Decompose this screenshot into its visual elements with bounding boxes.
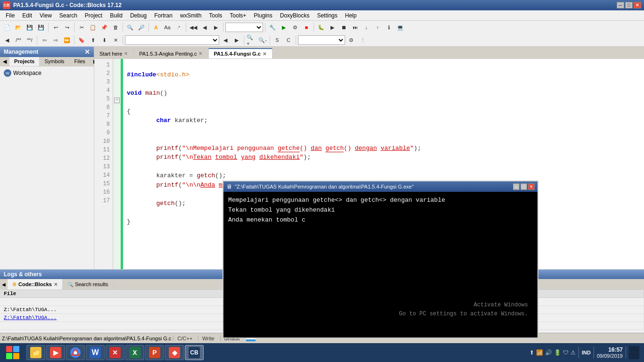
log-tab-codeblocks-close[interactable]: ✕	[54, 282, 58, 287]
terminal-window[interactable]: 🖥 "Z:\Fattah\TUGAS Kuliah\Pemrograman da…	[223, 181, 538, 338]
save-button[interactable]: 💾	[25, 22, 35, 33]
menu-doxyblocks[interactable]: DoxyBlocks	[276, 10, 314, 20]
tab-start-here-close[interactable]: ✕	[124, 51, 128, 56]
menu-build[interactable]: Build	[106, 10, 126, 20]
search-button[interactable]: 🔍	[125, 22, 135, 33]
close-button[interactable]: ✕	[634, 2, 641, 8]
taskbar-codeblocks[interactable]: CB	[185, 345, 204, 360]
debug-step-into-button[interactable]: ↓	[361, 22, 372, 33]
unindent-button[interactable]: ⇨	[50, 35, 61, 45]
tray-antivirus-icon[interactable]: 🛡	[563, 349, 569, 356]
taskbar-app2[interactable]: ◆	[165, 345, 184, 360]
redo-button[interactable]: ↪	[62, 22, 72, 33]
menu-search[interactable]: Search	[56, 10, 81, 20]
cp-button[interactable]: C	[283, 35, 294, 45]
save-all-button[interactable]: 💾	[36, 22, 46, 33]
menu-view[interactable]: View	[36, 10, 56, 20]
paste-button[interactable]: 📌	[99, 22, 109, 33]
fold-marker-5[interactable]: −	[114, 98, 120, 103]
tab-fungsi-g[interactable]: PA1.5.4-Fungsi G.c ✕	[208, 48, 272, 58]
search-prev-button[interactable]: ◀	[220, 35, 231, 45]
build-run-button[interactable]: ⚙	[290, 22, 300, 33]
replace-button[interactable]: 🔎	[136, 22, 147, 33]
nav-next-button[interactable]: ▶	[211, 22, 221, 33]
terminal-maximize[interactable]: □	[520, 183, 527, 190]
new-file-button[interactable]: 📄	[2, 22, 12, 33]
bookmark-add-button[interactable]: /**	[13, 35, 24, 45]
menu-tools[interactable]: Tools	[205, 10, 226, 20]
tab-projects[interactable]: Projects	[9, 57, 40, 66]
bookmark-prev-button[interactable]: ◀	[2, 35, 12, 45]
menu-help[interactable]: Help	[341, 10, 361, 20]
stop-button[interactable]: ■	[301, 22, 312, 33]
settings-button[interactable]: ⚙	[346, 35, 356, 45]
menu-debug[interactable]: Debug	[126, 10, 150, 20]
maximize-button[interactable]: □	[625, 2, 633, 8]
clear-bookmarks-button[interactable]: ✕	[110, 35, 121, 45]
taskbar-media[interactable]: ▶	[46, 345, 65, 360]
build-button[interactable]: 🔧	[267, 22, 278, 33]
menu-fortran[interactable]: Fortran	[150, 10, 176, 20]
toggle-bookmark-button[interactable]: 🔖	[76, 35, 87, 45]
taskbar-powerpoint[interactable]: P	[145, 345, 164, 360]
format-button[interactable]: Aa	[162, 22, 173, 33]
cut-button[interactable]: ✂	[76, 22, 87, 33]
lang-combo[interactable]	[298, 35, 345, 45]
menu-file[interactable]: File	[2, 10, 18, 20]
debug-button[interactable]: 🐛	[316, 22, 326, 33]
indent-button[interactable]: ⇦	[39, 35, 50, 45]
regex-button[interactable]: .*	[173, 22, 184, 33]
terminal-close[interactable]: ✕	[528, 183, 535, 190]
taskbar-chrome[interactable]	[66, 345, 85, 360]
debug-info-button[interactable]: ℹ	[384, 22, 394, 33]
copy-button[interactable]: 📋	[88, 22, 98, 33]
menu-project[interactable]: Project	[81, 10, 106, 20]
clock[interactable]: 16:57 09/09/2019	[597, 346, 623, 359]
tray-battery-icon[interactable]: 🔋	[554, 349, 561, 356]
next-bookmark-button[interactable]: ⬇	[99, 35, 109, 45]
prev-bookmark-button[interactable]: ⬆	[88, 35, 98, 45]
tab-angka-penting-close[interactable]: ✕	[198, 51, 202, 56]
search-combo[interactable]	[125, 35, 219, 45]
nav-back-button[interactable]: ◀◀	[188, 22, 198, 33]
menu-wxsmith[interactable]: wxSmith	[176, 10, 205, 20]
show-desktop-button[interactable]	[629, 346, 639, 359]
debug-step-button[interactable]: ⏭	[350, 22, 360, 33]
tab-symbols[interactable]: Symbols	[40, 57, 69, 66]
tray-warning-icon[interactable]: ⚠	[570, 349, 576, 356]
delete-button[interactable]: 🗑	[110, 22, 121, 33]
taskbar-explorer[interactable]: 📁	[26, 345, 45, 360]
menu-settings[interactable]: Settings	[313, 10, 341, 20]
debug-cpu-button[interactable]: 💻	[395, 22, 405, 33]
minimize-button[interactable]: ─	[617, 2, 624, 8]
log-prev-button[interactable]: ◀	[0, 281, 8, 288]
taskbar-word[interactable]: W	[86, 345, 105, 360]
debug-step-out-button[interactable]: ↑	[372, 22, 383, 33]
taskbar-excel[interactable]: X	[125, 345, 144, 360]
sc-button[interactable]: S	[272, 35, 282, 45]
extra-button[interactable]: ⋮	[357, 35, 368, 45]
tray-network-icon[interactable]: 📶	[536, 349, 543, 356]
open-file-button[interactable]: 📂	[13, 22, 24, 33]
zoom-in-button[interactable]: 🔍+	[246, 35, 256, 45]
tab-files[interactable]: Files	[70, 57, 91, 66]
undo-button[interactable]: ↩	[50, 22, 61, 33]
terminal-minimize[interactable]: ─	[513, 183, 520, 190]
debug-run-button[interactable]: ▶	[327, 22, 338, 33]
log-tab-codeblocks[interactable]: ⚙ Code::Blocks ✕	[8, 279, 63, 289]
run-button[interactable]: ▶	[279, 22, 289, 33]
zoom-out-button[interactable]: 🔍-	[257, 35, 268, 45]
highlight-button[interactable]: A	[151, 22, 161, 33]
log-tab-search[interactable]: 🔍 Search results	[63, 279, 113, 289]
tab-start-here[interactable]: Start here ✕	[94, 48, 134, 58]
activate-windows-notice[interactable]: Activate Windows Go to PC settings to ac…	[399, 301, 528, 319]
menu-edit[interactable]: Edit	[18, 10, 36, 20]
debug-stop-button[interactable]: ⏹	[339, 22, 349, 33]
menu-plugins[interactable]: Plugins	[250, 10, 276, 20]
language-indicator[interactable]: IND	[582, 350, 591, 355]
tray-up-arrow[interactable]: ⬆	[529, 349, 534, 356]
bookmark-next-button[interactable]: **/	[25, 35, 35, 45]
management-close-button[interactable]: ✕	[84, 48, 90, 56]
taskbar-unknown[interactable]: ✕	[106, 345, 124, 360]
tray-sound-icon[interactable]: 🔊	[545, 349, 552, 356]
